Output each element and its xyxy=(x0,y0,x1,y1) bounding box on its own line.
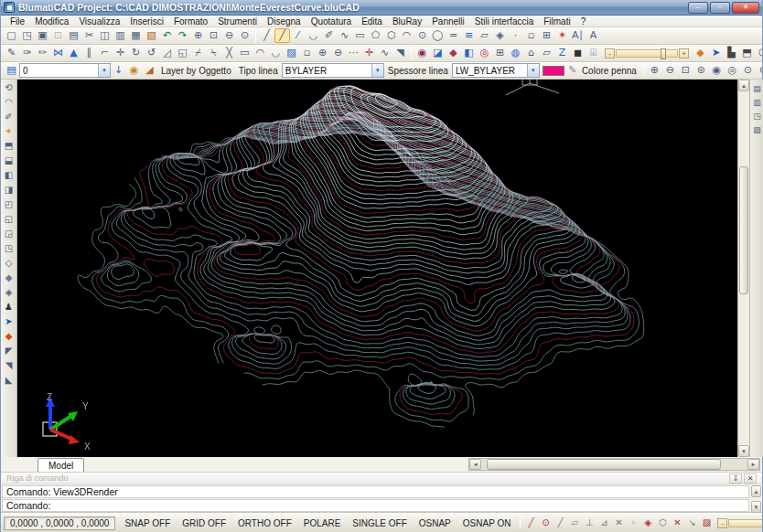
view-sw-icon[interactable]: ◲ xyxy=(2,227,16,241)
zoom-all-icon[interactable]: ⊙ xyxy=(740,63,756,78)
menu-item-filmati[interactable]: Filmati xyxy=(539,16,575,27)
parallel-lines-icon[interactable]: ≡ xyxy=(461,28,477,43)
measure-icon[interactable]: ⋯ xyxy=(346,46,361,60)
vertical-scroll-thumb[interactable] xyxy=(739,166,748,294)
osnap-intersection-icon[interactable]: ✕ xyxy=(611,516,626,530)
area-corner-icon[interactable]: ▙ xyxy=(724,46,739,60)
crop-icon[interactable]: ▫ xyxy=(299,46,315,60)
osnap-midpoint-icon[interactable]: ╱ xyxy=(553,516,567,530)
cross-select-icon[interactable]: ✛ xyxy=(361,46,377,60)
osnap-node-icon[interactable]: ◦ xyxy=(626,516,640,530)
drawing-canvas[interactable] xyxy=(17,80,737,457)
trim-icon[interactable]: ⌿ xyxy=(190,46,206,60)
mirror-icon[interactable]: ⋈ xyxy=(50,46,66,60)
zoom-out-small-icon[interactable]: ⊖ xyxy=(330,46,346,60)
chamfer-icon[interactable]: ◡ xyxy=(268,46,284,60)
view-se-icon[interactable]: ◳ xyxy=(2,241,16,256)
undo-icon[interactable]: ↶ xyxy=(159,28,175,43)
effects-icon[interactable]: ✦ xyxy=(2,124,16,139)
osnap-center-icon[interactable]: ⊙ xyxy=(538,516,553,530)
swivel-icon[interactable]: ◠ xyxy=(2,95,16,110)
layer-by-object-label[interactable]: Layer by Oggetto xyxy=(161,66,231,76)
solid-tool-icon[interactable]: ⬒ xyxy=(739,46,755,60)
menu-item-disegna[interactable]: Disegna xyxy=(263,16,306,27)
equal-divide-icon[interactable]: = xyxy=(446,28,461,43)
edit-attributes-icon[interactable]: ✏ xyxy=(35,46,50,60)
slider-thumb[interactable] xyxy=(661,48,666,59)
arc-icon[interactable]: ◠ xyxy=(399,28,414,43)
rotate-icon[interactable]: ↻ xyxy=(128,46,144,60)
iso-se-icon[interactable]: ◆ xyxy=(2,271,16,285)
fly-icon[interactable]: ➤ xyxy=(2,314,16,329)
freehand-icon[interactable]: ✐ xyxy=(2,110,16,124)
menu-item-strumenti[interactable]: Strumenti xyxy=(213,16,262,27)
view-corner-2-icon[interactable]: ◥ xyxy=(2,358,16,373)
rotate-3d-icon[interactable]: ↺ xyxy=(144,46,159,60)
cut-icon[interactable]: ✂ xyxy=(81,28,97,43)
osnap-polygon-icon[interactable]: ⬡ xyxy=(655,516,670,530)
pen-color-swatch[interactable] xyxy=(543,66,564,76)
view-corner-3-icon[interactable]: ◣ xyxy=(2,373,16,388)
zoom-center-icon[interactable]: ◎ xyxy=(725,63,740,78)
view-left-icon[interactable]: ◧ xyxy=(2,168,16,183)
menu-item-modifica[interactable]: Modifica xyxy=(30,16,73,27)
tab-model[interactable]: Model xyxy=(38,458,84,472)
menu-item-edita[interactable]: Edita xyxy=(357,16,387,27)
paste-icon[interactable]: ▥ xyxy=(113,28,128,43)
slider-track[interactable] xyxy=(616,49,678,58)
menu-item-pannelli[interactable]: Pannelli xyxy=(427,16,469,27)
spline-icon[interactable]: ∿ xyxy=(337,28,352,43)
close-icon[interactable]: ✕ xyxy=(744,473,757,484)
zoom-window2-icon[interactable]: ⊡ xyxy=(678,63,693,78)
lock-icon[interactable]: ⊡ xyxy=(50,28,66,43)
face-icon[interactable]: ▱ xyxy=(539,46,554,60)
menu-item-inserisci[interactable]: Inserisci xyxy=(125,16,168,27)
hatch-icon[interactable]: ▨ xyxy=(284,46,299,60)
osnap-quadrant-icon[interactable]: ◈ xyxy=(640,516,655,530)
walk-icon[interactable]: ♟ xyxy=(2,300,16,314)
horizontal-scroll-thumb[interactable] xyxy=(487,459,721,470)
circle-icon[interactable]: ⊙ xyxy=(414,28,430,43)
zoom-in-icon[interactable]: ⊕ xyxy=(647,63,662,78)
layer-combo[interactable]: 0 ▾ xyxy=(19,63,111,78)
status-toggle-snap-off[interactable]: SNAP OFF xyxy=(119,517,177,529)
ellipse-icon[interactable]: ◯ xyxy=(430,28,446,43)
menu-item-formato[interactable]: Formato xyxy=(169,16,212,27)
status-toggle-ortho-off[interactable]: ORTHO OFF xyxy=(232,517,298,529)
command-scrollbar[interactable]: ▲ ▼ xyxy=(750,484,762,514)
status-toggle-single-off[interactable]: SINGLE OFF xyxy=(347,517,413,529)
osnap-tangent-icon[interactable]: ↘ xyxy=(684,516,699,530)
redo-icon[interactable]: ↷ xyxy=(175,28,190,43)
insert-block-icon[interactable]: ◱ xyxy=(175,46,190,60)
menu-item-file[interactable]: File xyxy=(5,16,29,27)
layers-panel-icon[interactable]: ▤ xyxy=(751,81,763,95)
line-icon[interactable]: ╱ xyxy=(274,28,290,43)
slider-minus-button[interactable]: - xyxy=(605,48,615,59)
horizontal-scroll-track[interactable] xyxy=(481,459,747,470)
zoom-scale-icon[interactable]: ◉ xyxy=(709,63,725,78)
insert-image-icon[interactable]: ▦ xyxy=(128,28,144,43)
zoom-out-icon[interactable]: ⊖ xyxy=(662,63,678,78)
point-icon[interactable]: · xyxy=(508,28,523,43)
osnap-angle-icon[interactable]: ⊿ xyxy=(596,516,611,530)
vertical-scrollbar[interactable]: ▲ ▼ xyxy=(737,80,749,457)
status-toggle-osnap-on[interactable]: OSNAP ON xyxy=(457,517,518,529)
layer-lock-icon[interactable]: ◢ xyxy=(142,63,157,78)
close-button[interactable]: ✕ xyxy=(732,2,759,14)
status-toggle-osnap[interactable]: OSNAP xyxy=(414,517,457,529)
orbit-3d-icon[interactable]: ◎ xyxy=(477,46,492,60)
scroll-up-icon[interactable]: ▲ xyxy=(751,485,761,497)
group-icon[interactable]: ◈ xyxy=(492,28,508,43)
osnap-perpendicular-icon[interactable]: ⊥ xyxy=(582,516,596,530)
slider-track[interactable] xyxy=(728,519,762,527)
status-toggle-polare[interactable]: POLARE xyxy=(298,517,348,529)
ellipse-tool-icon[interactable]: ⬡ xyxy=(755,46,762,60)
view-ne-icon[interactable]: ◰ xyxy=(2,197,16,212)
sketch-icon[interactable]: ✎ xyxy=(4,46,19,60)
command-input[interactable] xyxy=(53,500,745,511)
render-brush-icon[interactable]: ◆ xyxy=(693,46,708,60)
text-edit-icon[interactable]: A∣ xyxy=(570,28,586,43)
slider-minus-button[interactable]: - xyxy=(717,518,727,528)
zoom-window-icon[interactable]: ⊡ xyxy=(206,28,221,43)
line-2-points-icon[interactable]: ╱ xyxy=(259,28,274,43)
